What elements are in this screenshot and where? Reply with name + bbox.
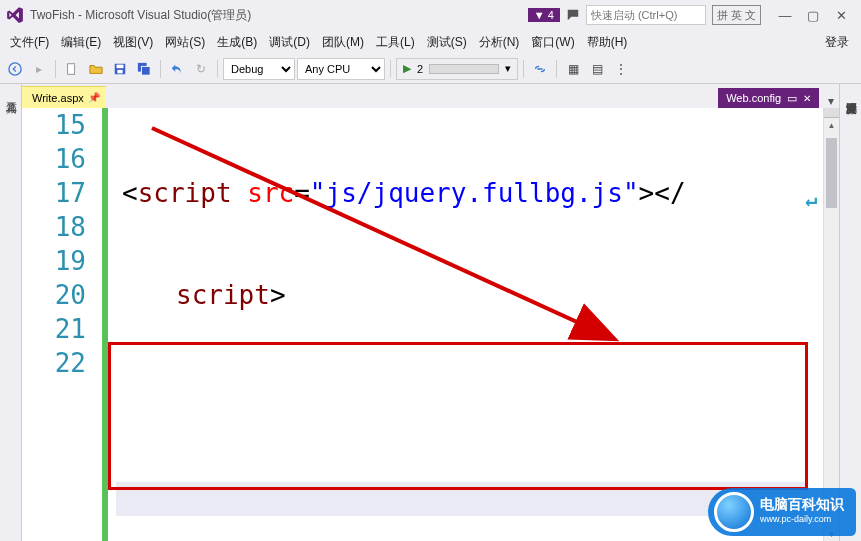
tab-dropdown[interactable]: ▾	[823, 94, 839, 108]
quick-launch-input[interactable]	[586, 5, 706, 25]
scroll-thumb[interactable]	[826, 138, 837, 208]
svg-rect-4	[117, 69, 122, 73]
change-indicator	[102, 108, 108, 541]
menu-website[interactable]: 网站(S)	[159, 31, 211, 54]
minimize-button[interactable]: —	[771, 4, 799, 26]
tab-label: Web.config	[726, 92, 781, 104]
menu-team[interactable]: 团队(M)	[316, 31, 370, 54]
preview-icon: ▭	[787, 92, 797, 105]
start-debug-button[interactable]: ▶2▾	[396, 58, 518, 80]
svg-rect-3	[117, 64, 124, 68]
window-title: TwoFish - Microsoft Visual Studio(管理员)	[30, 7, 251, 24]
config-select[interactable]: Debug	[223, 58, 295, 80]
feedback-icon[interactable]	[566, 8, 580, 22]
tb-extra-3[interactable]: ⋮	[610, 58, 632, 80]
tab-label: Write.aspx	[32, 92, 84, 104]
line-gutter: 15 16 17 18 19 20 21 22	[22, 108, 102, 541]
tb-extra-1[interactable]: ▦	[562, 58, 584, 80]
svg-rect-6	[141, 66, 150, 75]
pin-icon[interactable]: 📌	[88, 92, 100, 103]
menu-test[interactable]: 测试(S)	[421, 31, 473, 54]
menu-debug[interactable]: 调试(D)	[263, 31, 316, 54]
watermark: 电脑百科知识www.pc-daily.com	[708, 488, 856, 536]
maximize-button[interactable]: ▢	[799, 4, 827, 26]
menu-tools[interactable]: 工具(L)	[370, 31, 421, 54]
save-all-button[interactable]	[133, 58, 155, 80]
new-file-button[interactable]	[61, 58, 83, 80]
code-editor[interactable]: 15 16 17 18 19 20 21 22 <script src="js/…	[22, 108, 823, 541]
menu-analyze[interactable]: 分析(N)	[473, 31, 526, 54]
signin-button[interactable]: 登录	[817, 31, 857, 54]
notification-badge[interactable]: ▼4	[528, 8, 560, 22]
watermark-title: 电脑百科知识	[760, 496, 844, 512]
menu-view[interactable]: 视图(V)	[107, 31, 159, 54]
tb-extra-2[interactable]: ▤	[586, 58, 608, 80]
open-file-button[interactable]	[85, 58, 107, 80]
watermark-logo-icon	[714, 492, 754, 532]
document-tabs: Write.aspx 📌 Web.config ▭ ✕ ▾	[22, 84, 839, 108]
ime-indicator[interactable]: 拼 英 文	[712, 5, 761, 25]
close-tab-icon[interactable]: ✕	[803, 93, 811, 104]
vs-logo-icon	[6, 6, 24, 24]
menubar: 文件(F) 编辑(E) 视图(V) 网站(S) 生成(B) 调试(D) 团队(M…	[0, 30, 861, 54]
workspace: 工具箱 Write.aspx 📌 Web.config ▭ ✕ ▾ 15 16 …	[0, 84, 861, 541]
nav-forward-button[interactable]: ▸	[28, 58, 50, 80]
browser-link-button[interactable]	[529, 58, 551, 80]
menu-window[interactable]: 窗口(W)	[525, 31, 580, 54]
tab-web-config[interactable]: Web.config ▭ ✕	[718, 88, 819, 108]
scroll-up-icon[interactable]: ▲	[824, 118, 839, 132]
wrap-icon: ↵	[805, 182, 817, 216]
menu-help[interactable]: 帮助(H)	[581, 31, 634, 54]
menu-build[interactable]: 生成(B)	[211, 31, 263, 54]
toolbox-tab[interactable]: 工具箱	[2, 90, 21, 541]
platform-select[interactable]: Any CPU	[297, 58, 385, 80]
close-button[interactable]: ✕	[827, 4, 855, 26]
solution-explorer-tab[interactable]: 解决方案资源管理器	[842, 90, 861, 541]
code-content[interactable]: <script src="js/jquery.fullbg.js"></↵ sc…	[116, 108, 823, 541]
menu-edit[interactable]: 编辑(E)	[55, 31, 107, 54]
nav-back-button[interactable]	[4, 58, 26, 80]
watermark-url: www.pc-daily.com	[760, 512, 844, 527]
tab-write-aspx[interactable]: Write.aspx 📌	[22, 86, 106, 108]
split-handle[interactable]	[824, 108, 839, 118]
undo-button[interactable]	[166, 58, 188, 80]
save-button[interactable]	[109, 58, 131, 80]
toolbar: ▸ ↻ Debug Any CPU ▶2▾ ▦ ▤ ⋮	[0, 54, 861, 84]
titlebar: TwoFish - Microsoft Visual Studio(管理员) ▼…	[0, 0, 861, 30]
redo-button[interactable]: ↻	[190, 58, 212, 80]
editor-area: Write.aspx 📌 Web.config ▭ ✕ ▾ 15 16 17 1…	[22, 84, 839, 541]
left-sidebar: 工具箱	[0, 84, 22, 541]
menu-file[interactable]: 文件(F)	[4, 31, 55, 54]
right-sidebar: 解决方案资源管理器 团队资源管理器 属性	[839, 84, 861, 541]
svg-point-0	[9, 62, 21, 74]
vertical-scrollbar[interactable]: ▲ ▼	[823, 108, 839, 541]
svg-rect-1	[68, 63, 75, 74]
